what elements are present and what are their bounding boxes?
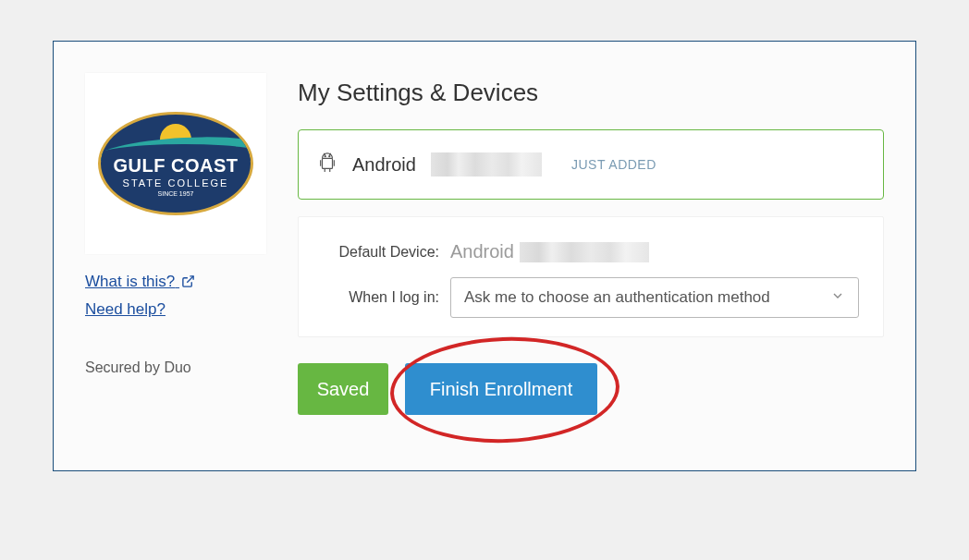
default-device-row: Default Device: Android [323, 241, 859, 262]
auth-method-select[interactable]: Ask me to choose an authentication metho… [450, 277, 859, 318]
redacted-phone-number [431, 152, 542, 177]
gulf-coast-logo: GULF COAST STATE COLLEGE SINCE 1957 [98, 112, 253, 215]
what-is-this-link[interactable]: What is this? [85, 273, 195, 293]
logo-text-since: SINCE 1957 [101, 190, 251, 197]
page-title: My Settings & Devices [298, 79, 884, 107]
finish-enrollment-button[interactable]: Finish Enrollment [405, 363, 597, 415]
auth-method-selected: Ask me to choose an authentication metho… [464, 288, 770, 307]
device-platform-label: Android [352, 154, 416, 176]
logo-text-main: GULF COAST [101, 155, 251, 177]
default-device-value: Android [450, 241, 649, 262]
android-icon [317, 151, 337, 178]
just-added-badge: JUST ADDED [571, 157, 656, 172]
logo-text-sub: STATE COLLEGE [101, 177, 251, 189]
sidebar: GULF COAST STATE COLLEGE SINCE 1957 What… [85, 73, 266, 415]
link-label: What is this? [85, 273, 175, 290]
external-link-icon [181, 274, 195, 293]
duo-prompt-frame: GULF COAST STATE COLLEGE SINCE 1957 What… [53, 41, 916, 471]
default-device-label: Default Device: [323, 244, 450, 261]
saved-button[interactable]: Saved [298, 363, 388, 415]
when-login-label: When I log in: [323, 289, 450, 306]
chevron-down-icon [830, 288, 845, 308]
org-logo: GULF COAST STATE COLLEGE SINCE 1957 [85, 73, 266, 254]
when-login-row: When I log in: Ask me to choose an authe… [323, 277, 859, 318]
need-help-link[interactable]: Need help? [85, 300, 166, 319]
svg-rect-0 [323, 158, 333, 168]
svg-point-8 [329, 156, 330, 157]
svg-point-7 [325, 156, 325, 157]
device-row[interactable]: Android JUST ADDED [298, 129, 884, 200]
sidebar-links: What is this? Need help? [85, 273, 266, 326]
action-row: Saved Finish Enrollment [298, 363, 884, 415]
secured-by-label: Secured by Duo [85, 359, 266, 376]
redacted-phone-number [520, 242, 649, 262]
default-device-platform: Android [450, 241, 514, 262]
main-panel: My Settings & Devices Android JUS [298, 73, 884, 415]
settings-panel: Default Device: Android When I log in: A… [298, 216, 884, 337]
logo-ellipse: GULF COAST STATE COLLEGE SINCE 1957 [98, 112, 253, 215]
